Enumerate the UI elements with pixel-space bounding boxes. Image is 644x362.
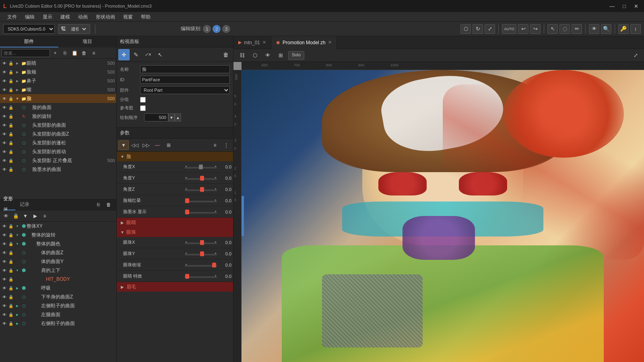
slider-angleZ[interactable] [185,186,217,193]
eye-icon-cheek[interactable]: 👁 [2,69,7,75]
param-row-ink[interactable]: 脸墨水 显示 0.0 [117,206,233,218]
menu-view[interactable]: 显示 [39,12,56,22]
canvas-chain-btn[interactable]: ⛓ [237,51,247,60]
def-row-breath[interactable]: 👁 🔒 ▶ ⬢ 呼吸 [0,284,116,292]
tool-delete-btn[interactable]: 🗑 [220,49,231,60]
slider-angleY[interactable] [185,175,217,181]
canvas-grid-btn[interactable]: ⊞ [275,51,286,60]
eye-icon-h5[interactable]: 👁 [2,158,7,163]
def-row-xy[interactable]: 👁 🔒 ▼ ⬢ 整体XY [0,222,116,230]
def-row-rot[interactable]: 👁 🔒 ▼ ⬢ 整体的旋转 [0,230,116,239]
param-row-angleX[interactable]: 角度X 0.0 [117,161,233,173]
part-row-face-mesh1[interactable]: 👁 🔒 ⬡ 脸的曲面 [0,103,116,112]
eye-by[interactable]: 👁 [2,259,7,264]
param-row-blush[interactable]: 脸颊红晕 0.0 [117,195,233,206]
tool-cursor[interactable]: ↖ [547,24,558,34]
slider-ink[interactable] [185,209,217,215]
param-group-face[interactable]: ▼ 脸 [117,152,233,161]
slider-pupilSize[interactable] [185,262,217,268]
lock-icon-h1[interactable]: 🔒 [8,122,14,128]
tab-mtn01[interactable]: ▶ mtn_01 ✕ [233,36,271,49]
expand-icon-cheek[interactable]: ▶ [14,69,20,75]
eye-icon-eyes[interactable]: 👁 [2,60,7,66]
parts-settings-button[interactable]: ≡ [89,49,98,58]
part-row-hair5[interactable]: 👁 🔒 ⬡ 头发阴影 正片叠底 500 [0,156,116,165]
canvas-eye-btn[interactable]: 👁 [262,51,273,60]
eye-lbz[interactable]: 👁 [2,294,7,300]
tool-lasso[interactable]: ◌ [559,24,570,34]
part-row-hair2[interactable]: 👁 🔒 ⬡ 头发阴影的曲面Z [0,130,116,138]
insp-id-input[interactable] [140,76,230,84]
expand-icon-nose[interactable]: ▶ [14,78,20,84]
menu-model[interactable]: 建模 [56,12,74,22]
def-row-bodyZ[interactable]: 👁 🔒 ⬡ 体的曲面Z [0,248,116,257]
def-row-bodyY[interactable]: 👁 🔒 ⬡ 体的曲面Y [0,257,116,266]
param-row-pupilY[interactable]: 眼珠Y 0.0 [117,248,233,259]
expand-icon-face[interactable]: ▼ [14,96,20,101]
param-row-eyeEffect[interactable]: 眼睛 特效 0.0 [117,271,233,282]
def-row-lshoe[interactable]: 👁 🔒 ▶ ⬡ 左侧鞋子的曲面 [0,301,116,310]
lock-ll[interactable]: 🔒 [8,312,14,317]
slider-pupilY[interactable] [185,251,217,257]
eye-sh[interactable]: 👁 [2,267,7,273]
tool-arrow[interactable]: ↕ [630,24,641,34]
param-collapse-btn[interactable]: ▼ [118,140,129,150]
def-expand[interactable]: ▶ [31,212,39,220]
face-group-collapse[interactable]: ▼ [120,154,125,159]
lock-icon-ink[interactable]: 🔒 [8,167,14,172]
pupil-group-collapse[interactable]: ▼ [120,230,125,234]
eye-hb[interactable]: 👁 [2,276,7,282]
canvas-mesh-btn[interactable]: ⬡ [250,51,260,60]
tab-parts[interactable]: 部件 [0,36,58,47]
slider-angleX[interactable] [185,164,217,170]
lock-ls[interactable]: 🔒 [8,303,14,309]
eye-rot[interactable]: 👁 [2,232,7,238]
lock-icon-nose[interactable]: 🔒 [8,78,14,84]
param-row-angleY[interactable]: 角度Y 0.0 [117,173,233,184]
exp-ll[interactable]: ▶ [14,312,20,317]
eye-icon-h3[interactable]: 👁 [2,140,7,146]
def-collapse[interactable]: ▼ [21,212,30,220]
order-step-up[interactable]: ▲ [175,113,181,121]
eye-icon-mouth[interactable]: 👁 [2,87,7,93]
mtn-close-btn[interactable]: ✕ [262,40,266,45]
canvas-expand-btn[interactable]: ⤢ [630,51,641,60]
param-more-btn[interactable]: ⋮ [221,140,231,150]
tool-rotate[interactable]: ↻ [473,24,483,34]
param-row-angleZ[interactable]: 角度Z 0.0 [117,184,233,195]
part-row-nose[interactable]: 👁 🔒 ▶ 📁 鼻子 500 [0,76,116,85]
tool-eye[interactable]: 👁 [589,24,599,34]
eyes-group-collapse[interactable]: ▶ [120,220,125,225]
slider-eyeEffect[interactable] [185,273,217,280]
eye-icon-h2[interactable]: 👁 [2,131,7,137]
def-eye[interactable]: 👁 [2,212,10,220]
param-group-eyes[interactable]: ▶ 眼睛 [117,218,233,227]
eye-ll[interactable]: 👁 [2,312,7,317]
eye-icon-fm2[interactable]: 👁 [2,113,7,119]
lock-icon-h2[interactable]: 🔒 [8,131,14,137]
lock-icon-fm2[interactable]: 🔒 [8,113,14,119]
lock-rot[interactable]: 🔒 [8,232,14,238]
lock-icon-h5[interactable]: 🔒 [8,158,14,163]
part-row-mouth[interactable]: 👁 🔒 ▶ 📁 嘴 500 [0,85,116,94]
exp-br[interactable]: ▶ [14,285,20,291]
maximize-button[interactable]: □ [620,3,628,9]
def-row-rshoe[interactable]: 👁 🔒 ▶ ⬡ 右侧鞋子的曲面 [0,319,116,328]
param-grid-btn[interactable]: ⊞ [163,140,174,150]
tab-record[interactable]: 记录 [19,199,31,210]
eye-color[interactable]: 👁 [2,241,7,247]
part-row-hair4[interactable]: 👁 🔒 ⬡ 头发阴影的摇动 [0,147,116,156]
tab-promo[interactable]: ◉ Promotion Model zh ✕ [271,36,337,49]
lock-icon-face[interactable]: 🔒 [8,96,14,101]
part-row-hair1[interactable]: 👁 🔒 ⬡ 头发阴影的曲面 [0,121,116,130]
parts-search-input[interactable] [2,49,50,57]
def-lock[interactable]: 🔒 [11,212,20,220]
solo-button[interactable]: Solo [288,51,304,60]
part-row-cheek[interactable]: 👁 🔒 ▶ 📁 脸颊 500 [0,68,116,76]
insp-part-dropdown[interactable]: Root Part [140,86,230,94]
lock-lbz[interactable]: 🔒 [8,294,14,300]
tool-undo[interactable]: ↩ [518,24,528,34]
param-next-btn[interactable]: ▷▷ [141,140,151,150]
expand-icon-mouth[interactable]: ▶ [14,87,20,93]
part-row-hair3[interactable]: 👁 🔒 ⬡ 头发阴影的蓬松 [0,138,116,147]
